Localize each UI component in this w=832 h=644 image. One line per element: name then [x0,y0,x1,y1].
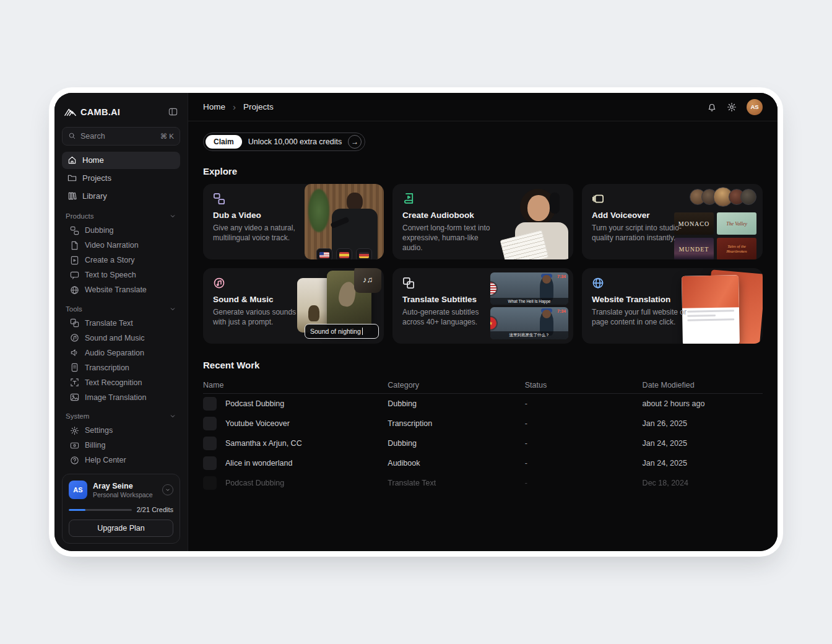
row-name: Youtube Voiceover [225,419,290,428]
table-row[interactable]: Podcast Dubbing Dubbing - about 2 hours … [203,394,763,414]
nav-label: Home [82,155,104,165]
sidebar-item-audio-separation[interactable]: Audio Separation [62,346,180,360]
search-shortcut: ⌘ K [160,132,174,141]
row-status: - [525,399,643,408]
sidebar-item-home[interactable]: Home [62,152,180,169]
claim-button[interactable]: Claim [206,135,242,149]
credits-banner[interactable]: Claim Unlock 10,000 extra credits → [203,133,365,151]
sidebar-item-transcription[interactable]: Transcription [62,360,180,375]
section-header-products[interactable]: Products [62,210,180,223]
sidebar-item-translate-text[interactable]: Translate Text [62,316,180,331]
row-status: - [525,459,643,468]
sidebar-item-website-translate[interactable]: Website Translate [62,282,180,297]
sidebar-item-help-center[interactable]: Help Center [62,453,180,468]
sidebar-item-settings[interactable]: Settings [62,423,180,438]
item-label: Dubbing [85,226,114,235]
explore-heading: Explore [203,166,763,176]
prompt-text: Sound of nighting [310,328,361,335]
card-desc: Convert long-form text into expressive, … [402,223,500,253]
upgrade-plan-button[interactable]: Upgrade Plan [69,520,173,537]
item-label: Settings [85,426,113,435]
card-desc: Give any video a natural, multilingual v… [213,223,311,243]
sidebar-item-dubbing[interactable]: Dubbing [62,223,180,238]
tools-items: Translate Text Sound and Music Audio Sep… [62,316,180,405]
table-row[interactable]: Alice in wonderland Audibook - Jan 24, 2… [203,453,763,473]
video-narration-icon [70,241,79,250]
sidebar-item-projects[interactable]: Projects [62,170,180,187]
breadcrumb-projects[interactable]: Projects [243,102,274,111]
sidebar-item-billing[interactable]: Billing [62,438,180,453]
section-header-system[interactable]: System [62,410,180,423]
table-row[interactable]: Youtube Voiceover Transcription - Jan 26… [203,414,763,433]
video-timestamp: 7:34 [557,274,566,279]
sidebar-item-create-story[interactable]: Create a Story [62,253,180,268]
sound-prompt-input[interactable]: Sound of nighting [305,324,379,339]
globe-icon [70,285,79,295]
sidebar-item-library[interactable]: Library [62,188,180,205]
section-label: Products [66,212,169,220]
gear-icon[interactable] [727,102,737,112]
card-title: Create Audiobook [402,211,500,220]
item-label: Text Recognition [85,378,142,387]
row-category: Audibook [388,459,524,468]
card-add-voiceover[interactable]: Add Voiceover Turn your script into stud… [582,184,763,259]
item-label: Image Translation [85,393,146,402]
sidebar-toggle-icon[interactable] [168,107,178,116]
card-website-translation[interactable]: Website Translation Translate your full … [582,268,763,344]
chevron-down-icon [169,212,176,220]
sidebar-item-sound-and-music[interactable]: Sound and Music [62,331,180,346]
app-window: CAMB.AI ⌘ K Home Projects Library [54,93,778,551]
main-area: Home › Projects AS Claim Unlock 10,000 e… [188,93,778,551]
row-name: Alice in wonderland [225,459,292,468]
music-notes-icon: ♪♫ [354,268,381,293]
item-label: Transcription [85,363,129,372]
main-nav: Home Projects Library [62,152,180,205]
dubbing-icon [213,193,225,205]
card-sound-music[interactable]: Sound & Music Generate various sounds wi… [203,268,384,344]
section-header-tools[interactable]: Tools [62,302,180,315]
sidebar-item-image-translation[interactable]: Image Translation [62,390,180,405]
us-flag-icon [316,248,332,259]
bell-icon[interactable] [707,102,717,112]
sidebar-item-text-to-speech[interactable]: Text to Speech [62,268,180,282]
card-title: Sound & Music [213,295,311,304]
logo-text: CAMB.AI [80,107,168,117]
search-input-wrap[interactable]: ⌘ K [62,127,180,145]
row-category: Dubbing [388,439,524,448]
workspace-avatar: AS [69,481,87,499]
folder-icon [67,173,77,183]
col-name: Name [203,381,388,389]
text-recognition-icon [70,378,79,387]
row-name: Podcast Dubbing [225,479,284,487]
row-category: Dubbing [388,399,524,408]
workspace-switcher-button[interactable] [162,484,173,495]
video-timestamp: 7:34 [557,309,566,313]
table-row[interactable]: Samantha x Arjun, CC Dubbing - Jan 24, 2… [203,433,763,453]
sidebar-item-text-recognition[interactable]: Text Recognition [62,375,180,390]
col-category: Category [388,381,524,389]
row-thumbnail [203,437,217,450]
table-header: Name Category Status Date Modiefied [203,376,763,394]
row-status: - [525,439,643,448]
germany-flag-icon [356,248,372,259]
breadcrumb-home[interactable]: Home [203,102,225,111]
card-translate-subtitles[interactable]: Translate Subtitles Auto-generate subtit… [392,268,573,344]
row-category: Translate Text [388,479,524,487]
card-create-audiobook[interactable]: Create Audiobook Convert long-form text … [392,184,573,259]
row-thumbnail [203,417,217,430]
workspace-card: AS Aray Seine Personal Workspace 2/21 Cr… [62,474,180,544]
arrow-right-icon[interactable]: → [348,135,362,149]
music-icon [70,333,79,342]
voiceover-icon [592,193,604,205]
item-label: Sound and Music [85,334,145,342]
chevron-down-icon [169,305,176,313]
search-input[interactable] [80,132,156,141]
user-avatar[interactable]: AS [747,99,763,115]
row-thumbnail [203,456,217,470]
card-title: Dub a Video [213,211,311,220]
sidebar-item-video-narration[interactable]: Video Narration [62,238,180,253]
table-row[interactable]: Podcast Dubbing Translate Text - Dec 18,… [203,473,763,493]
card-dub-a-video[interactable]: Dub a Video Give any video a natural, mu… [203,184,384,259]
card-title: Add Voiceover [592,211,690,220]
billing-icon [70,441,79,450]
